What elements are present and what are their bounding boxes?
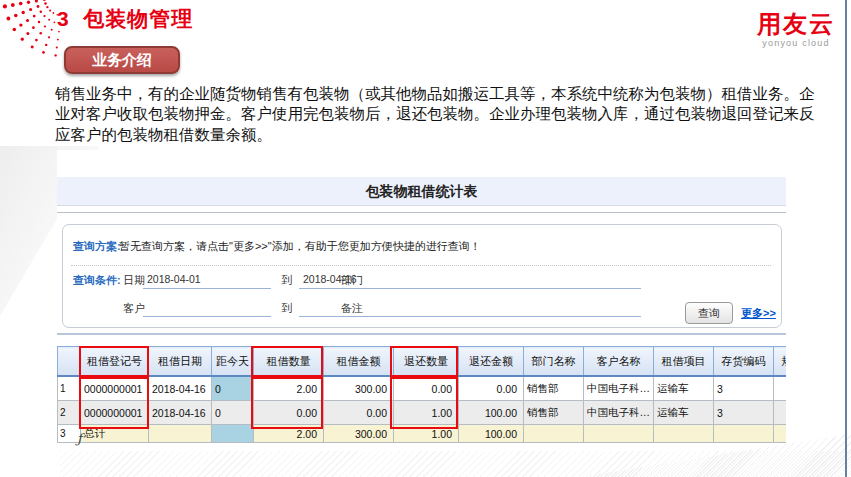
report-title: 包装物租借统计表 [366, 183, 478, 199]
cell [212, 425, 254, 443]
query-panel: 查询方案: 暂无查询方案，请点击"更多>>"添加，有助于您更加方便快捷的进行查询… [62, 224, 782, 328]
department-label: 部门 [341, 273, 363, 288]
to-label: 到 [281, 273, 292, 288]
cell [774, 425, 787, 443]
date-from-input[interactable]: 2018-04-01 [143, 271, 271, 289]
column-header[interactable]: 部门名称 [524, 347, 584, 377]
table-row[interactable]: 1 0000000001 2018-04-16 0 2.00 300.00 0.… [58, 376, 787, 401]
column-header[interactable]: 租借登记号 [81, 347, 149, 377]
query-scheme-label: 查询方案: [73, 239, 121, 254]
cell [654, 425, 714, 443]
cell[interactable]: 销售部 [524, 376, 584, 401]
cell[interactable]: 3 [714, 376, 774, 401]
cell[interactable]: 运输车 [654, 376, 714, 401]
yonyou-logo: 用友云 yonyou cloud [753, 12, 839, 48]
right-edge-line [845, 0, 847, 477]
cell[interactable]: 0000000001 [81, 401, 149, 425]
column-header[interactable]: 规格型号 [774, 347, 787, 377]
cell: 1.00 [394, 425, 459, 443]
to-label: 到 [281, 301, 292, 316]
cell[interactable]: 0000000001 [81, 376, 149, 401]
table-row[interactable]: 2 0000000001 2018-04-16 0 0.00 0.00 1.00… [58, 401, 787, 425]
app-screenshot: 包装物租借统计表 查询方案: 暂无查询方案，请点击"更多>>"添加，有助于您更加… [57, 150, 786, 462]
cell[interactable]: 2.00 [254, 376, 324, 401]
totals-label-cell: 总计 [81, 425, 149, 443]
logo-brand-text: 用友云 [753, 12, 839, 36]
cell[interactable]: 运输车 [654, 401, 714, 425]
cell [714, 425, 774, 443]
column-header[interactable]: 退还数量 [394, 347, 459, 377]
cell[interactable]: 300.00 [324, 376, 394, 401]
search-button[interactable]: 查询 [685, 302, 733, 324]
customer-label: 客户 [123, 301, 145, 316]
memo-input[interactable] [365, 299, 641, 317]
report-title-bar: 包装物租借统计表 [57, 177, 786, 206]
column-header[interactable]: 存货编码 [714, 347, 774, 377]
cell: 100.00 [459, 425, 524, 443]
column-header[interactable]: 客户名称 [584, 347, 654, 377]
column-header[interactable]: 退还金额 [459, 347, 524, 377]
cell[interactable]: 0 [212, 401, 254, 425]
column-header[interactable]: 租借数量 [254, 347, 324, 377]
cell[interactable]: 中国电子科… [584, 376, 654, 401]
column-header[interactable]: 租借金额 [324, 347, 394, 377]
section-badge: 业务介绍 [64, 46, 180, 74]
memo-label: 备注 [341, 301, 363, 316]
row-number[interactable]: 2 [58, 401, 81, 425]
title-divider [57, 212, 786, 213]
column-header[interactable]: 距今天 [212, 347, 254, 377]
query-condition-label: 查询条件: [73, 273, 121, 288]
cell[interactable]: 3 [714, 401, 774, 425]
cell[interactable] [774, 401, 787, 425]
cell[interactable]: 0 [212, 376, 254, 401]
formula-icon: ƒ [77, 431, 82, 446]
cell [584, 425, 654, 443]
column-header[interactable]: 租借日期 [149, 347, 212, 377]
row-number[interactable]: 1 [58, 376, 81, 401]
dotted-divider [71, 265, 771, 266]
cell: 300.00 [324, 425, 394, 443]
section-divider [57, 333, 786, 335]
cell[interactable]: 0.00 [459, 376, 524, 401]
cell[interactable]: 销售部 [524, 401, 584, 425]
cell[interactable]: 2018-04-16 [149, 376, 212, 401]
more-link[interactable]: 更多>> [741, 306, 776, 321]
cell[interactable]: 0.00 [324, 401, 394, 425]
department-input[interactable] [365, 271, 641, 289]
report-table: 租借登记号 租借日期 距今天 租借数量 租借金额 退还数量 退还金额 部门名称 … [57, 346, 786, 450]
dots-swirl-decoration [0, 0, 60, 74]
totals-row[interactable]: 3 总计 2.00 300.00 1.00 100.00 [58, 425, 787, 443]
corner-cell [58, 347, 81, 377]
cell [149, 425, 212, 443]
header-row: 租借登记号 租借日期 距今天 租借数量 租借金额 退还数量 退还金额 部门名称 … [58, 347, 787, 377]
cell [524, 425, 584, 443]
cell[interactable]: 0.00 [394, 376, 459, 401]
cell[interactable]: 2018-04-16 [149, 401, 212, 425]
cell[interactable]: 100.00 [459, 401, 524, 425]
query-scheme-hint: 暂无查询方案，请点击"更多>>"添加，有助于您更加方便快捷的进行查询！ [119, 239, 481, 254]
intro-paragraph: 销售业务中，有的企业随货物销售有包装物（或其他物品如搬运工具等，本系统中统称为包… [55, 84, 823, 145]
cell[interactable]: 中国电子科… [584, 401, 654, 425]
cell[interactable] [774, 376, 787, 401]
customer-input[interactable] [143, 299, 271, 317]
slide: 3 包装物管理 用友云 yonyou cloud 业务介绍 销售业务中，有的企业… [0, 0, 851, 477]
logo-tagline: yonyou cloud [753, 38, 839, 48]
cell[interactable]: 1.00 [394, 401, 459, 425]
column-header[interactable]: 租借项目 [654, 347, 714, 377]
date-label: 日期 [123, 273, 145, 288]
page-title: 3 包装物管理 [57, 5, 193, 33]
cell[interactable]: 0.00 [254, 401, 324, 425]
cell: 2.00 [254, 425, 324, 443]
